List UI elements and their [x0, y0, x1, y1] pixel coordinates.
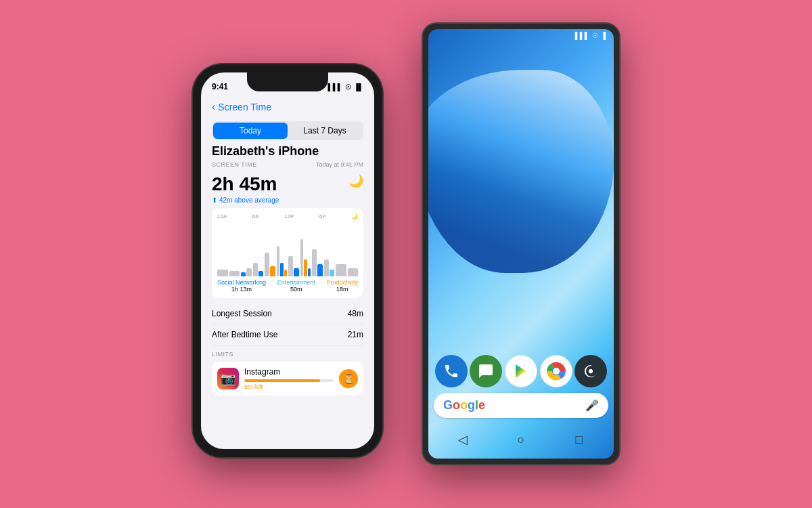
- bar: [277, 246, 280, 276]
- legend-productivity: Productivity 18m: [326, 279, 358, 293]
- segment-today[interactable]: Today: [213, 123, 288, 139]
- bar: [246, 268, 251, 276]
- time-label-6p: 6P: [319, 213, 326, 219]
- above-avg-text: 42m above average: [219, 196, 279, 204]
- status-time: 9:41: [212, 82, 228, 91]
- bar: [265, 253, 269, 276]
- battery-icon: ▐▌: [354, 83, 363, 91]
- up-arrow-icon: ⬆: [212, 196, 217, 204]
- bar: [270, 266, 275, 276]
- bar-group-12: [348, 268, 359, 276]
- google-search-bar[interactable]: Google 🎤: [434, 393, 608, 418]
- status-icons: ▌▌▌ ☉ ▐▌: [328, 83, 363, 91]
- bar: [312, 249, 317, 276]
- back-chevron-icon: ‹: [212, 101, 215, 113]
- phone-dock-icon[interactable]: [435, 355, 468, 387]
- section-header: SCREEN TIME Today at 9:41 PM: [212, 161, 363, 168]
- above-avg: ⬆ 42m above average: [212, 196, 279, 204]
- android-dock: [434, 350, 608, 390]
- bar: [284, 270, 288, 276]
- svg-marker-0: [516, 364, 526, 378]
- bar: [300, 239, 304, 276]
- bar-group-7: [288, 256, 299, 276]
- bar: [217, 270, 228, 276]
- limits-label: LIMITS: [212, 351, 363, 358]
- section-label: SCREEN TIME: [212, 161, 257, 168]
- bar-group-8: [300, 239, 311, 276]
- camera-dock-icon[interactable]: [574, 355, 607, 387]
- bar-group-2: [229, 271, 240, 276]
- chrome-dock-icon[interactable]: [540, 355, 572, 387]
- chart-area: 12A 6A 12P 6P 🌙: [212, 208, 363, 298]
- back-nav-label: Screen Time: [218, 102, 271, 112]
- chart-time-labels: 12A 6A 12P 6P 🌙: [217, 213, 358, 219]
- legend-productivity-time: 18m: [326, 286, 358, 293]
- wifi-icon: ☉: [345, 83, 351, 91]
- bar: [304, 259, 307, 276]
- instagram-info: Instagram 5m left: [244, 367, 334, 390]
- time-label-12p: 12P: [284, 213, 294, 219]
- back-button[interactable]: ◁: [451, 427, 475, 452]
- back-nav[interactable]: ‹ Screen Time: [212, 97, 363, 117]
- bedtime-moon-icon: 🌙: [348, 173, 363, 188]
- stat-longest-label: Longest Session: [212, 309, 272, 318]
- home-button[interactable]: ○: [509, 427, 533, 452]
- legend-social-time: 1h 13m: [217, 286, 266, 293]
- bar: [241, 272, 246, 276]
- time-label-moon: 🌙: [351, 213, 358, 219]
- android-nav-bar: ◁ ○ □: [434, 423, 608, 456]
- bar-group-4: [253, 263, 264, 276]
- legend-entertainment-label: Entertainment: [277, 279, 315, 286]
- legend-entertainment: Entertainment 50m: [277, 279, 315, 293]
- bar-group-10: [324, 259, 335, 276]
- chart-legend: Social Networking 1h 13m Entertainment 5…: [217, 279, 358, 293]
- segment-control: Today Last 7 Days: [212, 121, 363, 140]
- time-label-6a: 6A: [252, 213, 259, 219]
- bar-group-5: [265, 253, 275, 276]
- phones-container: 9:41 ▌▌▌ ☉ ▐▌ ‹ Screen Time Today Last 7…: [0, 0, 812, 508]
- bar: [229, 271, 240, 276]
- iphone-device: 9:41 ▌▌▌ ☉ ▐▌ ‹ Screen Time Today Last 7…: [193, 64, 382, 457]
- instagram-icon: 📷: [217, 368, 239, 389]
- recents-button[interactable]: □: [567, 427, 591, 452]
- device-name: Elizabeth's iPhone: [212, 144, 363, 158]
- iphone-screen: 9:41 ▌▌▌ ☉ ▐▌ ‹ Screen Time Today Last 7…: [201, 72, 374, 449]
- legend-social-label: Social Networking: [217, 279, 266, 286]
- bar: [294, 268, 298, 276]
- android-device: ▌▌▌ ☉ ▐: [423, 24, 619, 464]
- progress-bar-fill: [244, 379, 320, 382]
- google-g-logo: Google: [443, 398, 485, 412]
- svg-point-3: [553, 368, 560, 375]
- time-label-12a: 12A: [217, 213, 227, 219]
- android-signal-icon: ▌▌▌: [575, 32, 589, 39]
- android-wifi-icon: ☉: [592, 32, 598, 39]
- screen-time-display: 2h 45m: [212, 173, 279, 195]
- signal-icon: ▌▌▌: [328, 83, 342, 91]
- bar: [348, 268, 359, 276]
- instagram-row: 📷 Instagram 5m left ⏳: [212, 362, 363, 396]
- android-battery-icon: ▐: [601, 32, 606, 39]
- microphone-icon[interactable]: 🎤: [585, 399, 599, 412]
- bar: [330, 270, 334, 276]
- play-store-dock-icon[interactable]: [505, 355, 537, 387]
- android-status-bar: ▌▌▌ ☉ ▐: [428, 29, 614, 39]
- android-wallpaper: ▌▌▌ ☉ ▐: [428, 29, 614, 459]
- iphone-notch: [247, 72, 328, 91]
- chart-bars: [217, 222, 358, 276]
- progress-bar-container: [244, 379, 334, 382]
- bar: [336, 264, 346, 276]
- segment-last7[interactable]: Last 7 Days: [288, 123, 362, 139]
- bar-group-6: [277, 246, 288, 276]
- bar-group-1: [217, 270, 228, 276]
- stat-bedtime-value: 21m: [348, 330, 363, 339]
- hourglass-icon: ⏳: [339, 369, 358, 388]
- legend-social: Social Networking 1h 13m: [217, 279, 266, 293]
- bar-group-11: [336, 264, 346, 276]
- legend-entertainment-time: 50m: [277, 286, 315, 293]
- bar-group-9: [312, 249, 323, 276]
- messages-dock-icon[interactable]: [470, 355, 502, 387]
- android-screen: ▌▌▌ ☉ ▐: [428, 29, 614, 459]
- instagram-name: Instagram: [244, 367, 334, 377]
- bar: [317, 264, 322, 276]
- stat-longest-session: Longest Session 48m: [212, 303, 363, 324]
